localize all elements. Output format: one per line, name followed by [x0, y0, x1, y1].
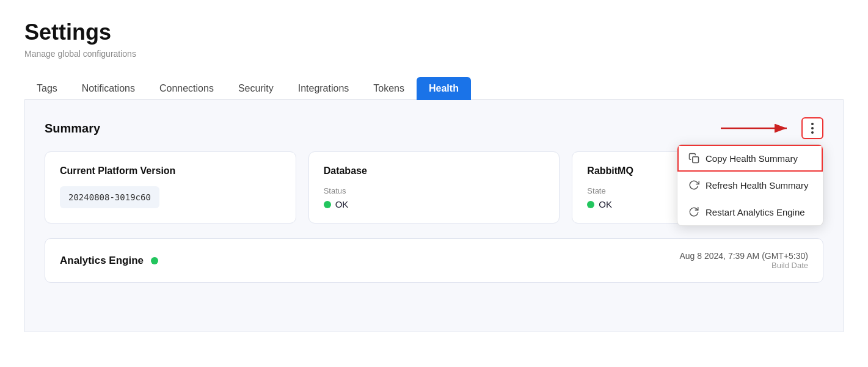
analytics-engine-title: Analytics Engine: [60, 255, 144, 267]
platform-version-card: Current Platform Version 20240808-3019c6…: [45, 151, 296, 223]
page-subtitle: Manage global configurations: [24, 49, 844, 59]
tab-notifications[interactable]: Notifications: [70, 77, 147, 100]
database-title: Database: [324, 165, 545, 176]
refresh-health-summary-button[interactable]: Refresh Health Summary: [677, 172, 823, 198]
analytics-build-date: Aug 8 2024, 7:39 AM (GMT+5:30): [679, 251, 808, 261]
version-value: 20240808-3019c60: [60, 186, 159, 208]
kebab-arrow-wrapper: Copy Health Summary Refresh Health Summa…: [721, 117, 823, 139]
tab-integrations[interactable]: Integrations: [286, 77, 362, 100]
tab-tags[interactable]: Tags: [24, 77, 70, 100]
refresh-health-label: Refresh Health Summary: [706, 180, 808, 191]
tab-connections[interactable]: Connections: [147, 77, 226, 100]
dropdown-menu: Copy Health Summary Refresh Health Summa…: [677, 144, 823, 226]
kebab-btn-wrapper: Copy Health Summary Refresh Health Summa…: [801, 117, 823, 139]
database-status-dot: [324, 201, 331, 208]
database-card: Database Status OK: [308, 151, 560, 223]
database-status-label: Status: [324, 186, 545, 195]
copy-icon: [688, 153, 699, 164]
copy-health-label: Copy Health Summary: [706, 153, 798, 164]
refresh-icon: [688, 180, 699, 191]
analytics-left: Analytics Engine: [60, 255, 158, 267]
analytics-status-dot: [151, 257, 158, 264]
summary-title: Summary: [45, 122, 100, 136]
analytics-engine-bar: Analytics Engine Aug 8 2024, 7:39 AM (GM…: [45, 238, 823, 283]
analytics-date-label: Build Date: [679, 261, 808, 270]
rabbitmq-status-value: OK: [599, 199, 612, 209]
database-status-value: OK: [335, 199, 349, 209]
rabbitmq-status-dot: [587, 201, 594, 208]
restart-icon: [688, 206, 699, 217]
content-area: Summary: [24, 100, 844, 332]
platform-version-title: Current Platform Version: [60, 165, 281, 176]
analytics-right: Aug 8 2024, 7:39 AM (GMT+5:30) Build Dat…: [679, 251, 808, 270]
tabs-bar: Tags Notifications Connections Security …: [24, 76, 844, 100]
copy-health-summary-button[interactable]: Copy Health Summary: [677, 145, 823, 172]
kebab-menu-button[interactable]: [801, 117, 823, 139]
tab-health[interactable]: Health: [417, 77, 471, 100]
svg-rect-2: [693, 157, 699, 163]
three-dots-icon: [811, 123, 814, 134]
restart-analytics-engine-button[interactable]: Restart Analytics Engine: [677, 198, 823, 225]
page-title: Settings: [24, 20, 844, 45]
summary-header: Summary: [45, 117, 823, 139]
restart-analytics-label: Restart Analytics Engine: [706, 207, 805, 217]
arrow-annotation: [721, 119, 794, 137]
tab-tokens[interactable]: Tokens: [361, 77, 417, 100]
database-status-row: OK: [324, 199, 545, 209]
tab-security[interactable]: Security: [226, 77, 286, 100]
